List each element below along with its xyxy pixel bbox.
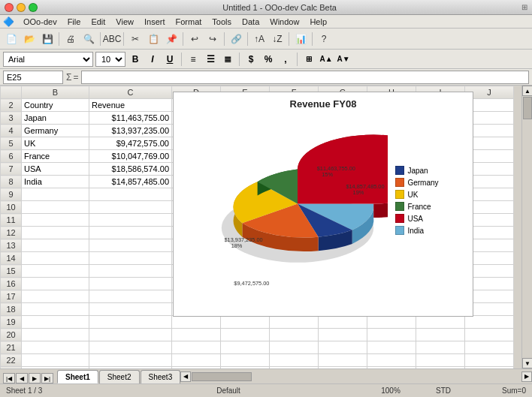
scroll-up-button[interactable]: ▲	[522, 86, 532, 96]
cell-G19[interactable]	[319, 316, 367, 329]
row-number[interactable]: 19	[1, 316, 22, 329]
paste-button[interactable]: 📌	[163, 31, 180, 47]
row-number[interactable]: 22	[1, 354, 22, 367]
cell-J21[interactable]	[465, 341, 514, 354]
currency-button[interactable]: $	[243, 52, 258, 67]
cell-C15[interactable]	[89, 265, 172, 278]
cell-C21[interactable]	[89, 341, 172, 354]
hyperlink-button[interactable]: 🔗	[228, 31, 244, 47]
cell-D23[interactable]	[172, 367, 221, 369]
cell-B10[interactable]	[22, 201, 89, 214]
italic-button[interactable]: I	[145, 52, 160, 67]
tab-first-button[interactable]: |◀	[3, 373, 15, 383]
cell-B23[interactable]	[22, 367, 89, 369]
cell-B17[interactable]	[22, 290, 89, 303]
cell-C8[interactable]: $14,857,485.00	[89, 176, 172, 188]
row-number[interactable]: 7	[1, 163, 22, 176]
cell-C18[interactable]	[89, 303, 172, 316]
minimize-button[interactable]	[17, 3, 26, 12]
align-left-button[interactable]: ≡	[186, 52, 201, 67]
row-number[interactable]: 21	[1, 341, 22, 354]
cell-G21[interactable]	[319, 341, 367, 354]
cell-B21[interactable]	[22, 341, 89, 354]
align-right-button[interactable]: ≣	[220, 52, 235, 67]
h-scroll-area[interactable]: ◀ ▶	[180, 369, 532, 383]
tab-prev-button[interactable]: ◀	[16, 373, 28, 383]
cell-C4[interactable]: $13,937,235.00	[89, 125, 172, 137]
redo-button[interactable]: ↪	[204, 31, 221, 47]
sheet-tab-3[interactable]: Sheet3	[141, 370, 181, 383]
cell-C17[interactable]	[89, 290, 172, 303]
row-number[interactable]: 14	[1, 252, 22, 265]
cell-I22[interactable]	[416, 354, 465, 367]
borders-button[interactable]: ⊞	[301, 52, 316, 67]
cell-B20[interactable]	[22, 329, 89, 341]
cell-H22[interactable]	[367, 354, 416, 367]
cell-C10[interactable]	[89, 201, 172, 214]
cell-F21[interactable]	[270, 341, 319, 354]
cell-B7[interactable]: USA	[22, 163, 89, 176]
formula-equal-icon[interactable]: =	[73, 72, 78, 83]
menu-item-edit[interactable]: Edit	[86, 17, 110, 27]
cell-C11[interactable]	[89, 214, 172, 227]
col-header-B[interactable]: B	[22, 86, 89, 99]
cell-E22[interactable]	[221, 354, 270, 367]
maximize-button[interactable]	[29, 3, 38, 12]
cell-D19[interactable]	[172, 316, 221, 329]
row-number[interactable]: 8	[1, 176, 22, 188]
cell-B14[interactable]	[22, 252, 89, 265]
cell-C6[interactable]: $10,047,769.00	[89, 150, 172, 163]
font-color-button[interactable]: A▼	[336, 52, 351, 67]
underline-button[interactable]: U	[162, 52, 177, 67]
cell-B15[interactable]	[22, 265, 89, 278]
h-scroll-thumb[interactable]	[192, 372, 252, 381]
cell-C23[interactable]	[89, 367, 172, 369]
menu-item-data[interactable]: Data	[237, 17, 264, 27]
cell-B12[interactable]	[22, 227, 89, 239]
cell-C7[interactable]: $18,586,574.00	[89, 163, 172, 176]
sort-desc-button[interactable]: ↓Z	[269, 31, 286, 47]
chart-button[interactable]: 📊	[292, 31, 309, 47]
row-number[interactable]: 17	[1, 290, 22, 303]
cell-G23[interactable]	[319, 367, 367, 369]
row-number[interactable]: 20	[1, 329, 22, 341]
scroll-thumb[interactable]	[523, 97, 532, 119]
cell-B13[interactable]	[22, 239, 89, 252]
row-number[interactable]: 5	[1, 137, 22, 150]
cell-B5[interactable]: UK	[22, 137, 89, 150]
cell-E21[interactable]	[221, 341, 270, 354]
menu-item-ooodev[interactable]: OOo-dev	[19, 17, 62, 27]
scroll-left-button[interactable]: ◀	[180, 371, 191, 382]
cell-C2[interactable]: Revenue	[89, 99, 172, 112]
sheet-tab-2[interactable]: Sheet2	[99, 370, 140, 383]
cut-button[interactable]: ✂	[127, 31, 144, 47]
copy-button[interactable]: 📋	[145, 31, 162, 47]
row-number[interactable]: 6	[1, 150, 22, 163]
cell-C12[interactable]	[89, 227, 172, 239]
cell-G20[interactable]	[319, 329, 367, 341]
cell-B2[interactable]: Country	[22, 99, 89, 112]
cell-C20[interactable]	[89, 329, 172, 341]
cell-B16[interactable]	[22, 278, 89, 290]
row-number[interactable]: 18	[1, 303, 22, 316]
new-button[interactable]: 📄	[3, 31, 20, 47]
tab-last-button[interactable]: ▶|	[41, 373, 53, 383]
col-header-C[interactable]: C	[89, 86, 172, 99]
row-number[interactable]: 3	[1, 112, 22, 125]
cell-D20[interactable]	[172, 329, 221, 341]
undo-button[interactable]: ↩	[186, 31, 203, 47]
bold-button[interactable]: B	[128, 52, 143, 67]
close-button[interactable]	[5, 3, 14, 12]
row-number[interactable]: 11	[1, 214, 22, 227]
cell-G22[interactable]	[319, 354, 367, 367]
cell-E23[interactable]	[221, 367, 270, 369]
open-button[interactable]: 📂	[21, 31, 38, 47]
menu-item-tools[interactable]: Tools	[207, 17, 236, 27]
cell-B3[interactable]: Japan	[22, 112, 89, 125]
cell-I20[interactable]	[416, 329, 465, 341]
cell-I23[interactable]	[416, 367, 465, 369]
tab-nav-buttons[interactable]: |◀ ◀ ▶ ▶|	[3, 373, 53, 383]
align-center-button[interactable]: ☰	[203, 52, 218, 67]
help-button[interactable]: ?	[316, 31, 332, 47]
row-number[interactable]: 9	[1, 188, 22, 201]
